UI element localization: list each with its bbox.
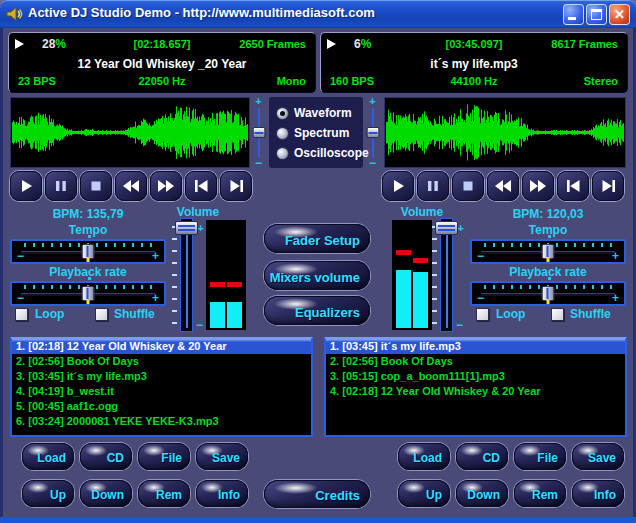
deck-right-zoom-slider[interactable]: + −: [364, 97, 381, 168]
shuffle-label: Shuffle: [114, 307, 155, 321]
play-button[interactable]: [10, 171, 42, 201]
view-option-label: Oscilloscope: [294, 146, 369, 160]
save-button[interactable]: Save: [572, 443, 624, 470]
deck-left-volume-slider[interactable]: + −: [172, 218, 202, 332]
window-border-bottom: [0, 517, 636, 523]
view-option-label: Spectrum: [294, 126, 349, 140]
playlist-item[interactable]: 1. [02:18] 12 Year Old Whiskey & 20 Year: [12, 339, 311, 354]
slider-thumb[interactable]: [252, 127, 265, 138]
stop-button[interactable]: [80, 171, 112, 201]
down-button[interactable]: Down: [456, 480, 508, 507]
slider-thumb[interactable]: [82, 244, 95, 259]
deck-left-playback-slider[interactable]: − +: [10, 281, 166, 306]
slider-thumb[interactable]: [435, 221, 458, 235]
playlist-item[interactable]: 5. [00:45] aaf1c.ogg: [12, 399, 311, 414]
deck-right-channels: Stereo: [584, 75, 618, 87]
view-option-oscilloscope[interactable]: Oscilloscope: [269, 143, 363, 163]
deck-right-playlist[interactable]: 1. [03:45] it´s my life.mp32. [02:56] Bo…: [324, 337, 627, 437]
deck-right-vu-meter: [392, 220, 432, 330]
deck-left-shuffle-checkbox[interactable]: [95, 308, 108, 321]
play-button[interactable]: [382, 171, 414, 201]
deck-left-display: 28% [02:18.657] 2650 Frames 12 Year Old …: [8, 32, 316, 93]
deck-left-loop-checkbox[interactable]: [15, 308, 28, 321]
deck-right-display: 6% [03:45.097] 8617 Frames it´s my life.…: [320, 32, 628, 93]
deck-right-waveform[interactable]: [384, 97, 626, 168]
save-button[interactable]: Save: [196, 443, 248, 470]
playlist-item[interactable]: 2. [02:56] Book Of Days: [326, 354, 625, 369]
playlist-item[interactable]: 3. [03:45] it´s my life.mp3: [12, 369, 311, 384]
speaker-icon: [6, 5, 24, 23]
credits-button[interactable]: Credits: [264, 480, 370, 508]
rem-button[interactable]: Rem: [138, 480, 190, 507]
slider-thumb[interactable]: [542, 286, 555, 301]
plus-icon: +: [612, 250, 619, 262]
deck-right-shuffle-checkbox[interactable]: [551, 308, 564, 321]
skip-end-button[interactable]: [220, 171, 252, 201]
file-button[interactable]: File: [138, 443, 190, 470]
fast-forward-button[interactable]: [522, 171, 554, 201]
info-button[interactable]: Info: [572, 480, 624, 507]
volume-label: Volume: [390, 205, 454, 219]
pause-button[interactable]: [45, 171, 77, 201]
deck-left-playlist[interactable]: 1. [02:18] 12 Year Old Whiskey & 20 Year…: [10, 337, 313, 437]
deck-left-bpm: BPM: 135,79: [10, 207, 166, 221]
file-button[interactable]: File: [514, 443, 566, 470]
deck-left-zoom-slider[interactable]: + −: [250, 97, 267, 168]
slider-thumb[interactable]: [542, 244, 555, 259]
down-button[interactable]: Down: [80, 480, 132, 507]
plus-icon: +: [458, 222, 464, 234]
deck-left-waveform[interactable]: [10, 97, 250, 168]
equalizers-button[interactable]: Equalizers: [264, 296, 370, 325]
up-button[interactable]: Up: [398, 480, 450, 507]
fast-forward-button[interactable]: [150, 171, 182, 201]
cd-button[interactable]: CD: [456, 443, 508, 470]
close-icon: ✕: [610, 7, 629, 22]
up-button[interactable]: Up: [22, 480, 74, 507]
deck-right-frames: 8617 Frames: [551, 38, 618, 50]
stop-button[interactable]: [452, 171, 484, 201]
view-option-waveform[interactable]: Waveform: [269, 103, 363, 123]
deck-right-volume-slider[interactable]: + −: [432, 218, 462, 332]
plus-icon: +: [152, 292, 159, 304]
deck-left-transport: [10, 171, 252, 201]
title-bar[interactable]: Active DJ Studio Demo - http://www.multi…: [0, 0, 636, 28]
deck-right-list-buttons: UpDownRemInfo: [398, 480, 624, 507]
playlist-item[interactable]: 2. [02:56] Book Of Days: [12, 354, 311, 369]
minus-icon: −: [17, 250, 24, 262]
fader-setup-button[interactable]: Fader Setup: [264, 224, 370, 253]
deck-right-file-buttons: LoadCDFileSave: [398, 443, 624, 470]
deck-right-playback-slider[interactable]: − +: [470, 281, 626, 306]
plus-icon: +: [255, 95, 261, 107]
rem-button[interactable]: Rem: [514, 480, 566, 507]
skip-end-button[interactable]: [592, 171, 624, 201]
deck-left-tempo-slider[interactable]: − +: [10, 239, 166, 264]
cd-button[interactable]: CD: [80, 443, 132, 470]
info-button[interactable]: Info: [196, 480, 248, 507]
playlist-item[interactable]: 4. [02:18] 12 Year Old Whiskey & 20 Year: [326, 384, 625, 399]
minimize-button[interactable]: [563, 4, 584, 25]
mixers-volume-button[interactable]: Mixers volume: [264, 261, 370, 290]
minus-icon: −: [456, 318, 463, 332]
slider-thumb[interactable]: [366, 127, 379, 138]
playlist-item[interactable]: 3. [05:15] cop_a_boom111[1].mp3: [326, 369, 625, 384]
playlist-item[interactable]: 4. [04:19] b_west.it: [12, 384, 311, 399]
rewind-button[interactable]: [487, 171, 519, 201]
playlist-item[interactable]: 6. [03:24] 2000081 YEKE YEKE-K3.mp3: [12, 414, 311, 429]
deck-left-samplerate: 22050 Hz: [9, 75, 315, 87]
slider-thumb[interactable]: [175, 221, 198, 235]
skip-start-button[interactable]: [557, 171, 589, 201]
playlist-item[interactable]: 1. [03:45] it´s my life.mp3: [326, 339, 625, 354]
deck-left-channels: Mono: [277, 75, 306, 87]
pause-button[interactable]: [417, 171, 449, 201]
skip-start-button[interactable]: [185, 171, 217, 201]
rewind-button[interactable]: [115, 171, 147, 201]
load-button[interactable]: Load: [22, 443, 74, 470]
close-button[interactable]: ✕: [609, 4, 630, 25]
window-title: Active DJ Studio Demo - http://www.multi…: [28, 5, 375, 20]
maximize-button[interactable]: [586, 4, 607, 25]
view-option-spectrum[interactable]: Spectrum: [269, 123, 363, 143]
deck-right-tempo-slider[interactable]: − +: [470, 239, 626, 264]
slider-thumb[interactable]: [82, 286, 95, 301]
deck-right-loop-checkbox[interactable]: [476, 308, 489, 321]
load-button[interactable]: Load: [398, 443, 450, 470]
